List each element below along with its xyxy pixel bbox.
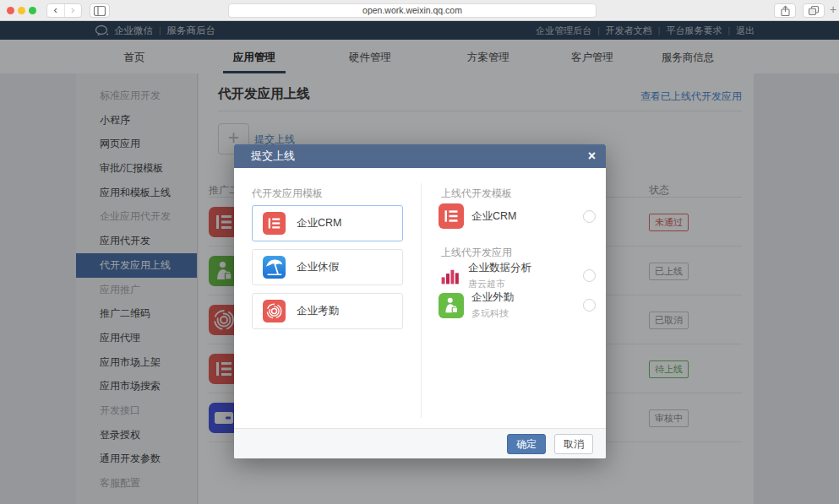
cancel-button[interactable]: 取消 — [554, 434, 593, 454]
close-window-button[interactable] — [7, 7, 14, 14]
item-labels: 企业外勤多玩科技 — [471, 290, 514, 320]
template-card-list: 企业CRM企业休假企业考勤 — [252, 205, 403, 337]
history-nav: ‹ › — [46, 3, 82, 18]
tabs-icon — [808, 5, 820, 16]
item-labels: 企业CRM — [471, 209, 516, 224]
browser-chrome: ‹ › open.work.weixin.qq.com + — [0, 0, 839, 21]
radio-button[interactable] — [583, 299, 596, 312]
new-tab-button[interactable]: + — [830, 3, 836, 16]
share-button[interactable] — [774, 3, 796, 18]
close-icon[interactable]: × — [588, 144, 596, 167]
minimize-window-button[interactable] — [18, 7, 25, 14]
item-labels: 企业数据分析唐云超市 — [468, 261, 531, 290]
radio-button[interactable] — [583, 210, 596, 223]
template-card-label: 企业考勤 — [297, 304, 339, 318]
modal-body: 代开发应用模板 企业CRM企业休假企业考勤 上线代开发模板 上线代开发应用 企业… — [234, 168, 606, 428]
back-button[interactable]: ‹ — [47, 4, 65, 17]
browser-sidebar-button[interactable] — [90, 3, 110, 18]
submit-online-modal: 提交上线 × 代开发应用模板 企业CRM企业休假企业考勤 上线代开发模板 上线代… — [234, 144, 606, 458]
fingerprint-icon-red — [263, 300, 286, 322]
item-name: 企业数据分析 — [468, 261, 531, 275]
online-template-row: 企业CRM — [439, 203, 596, 229]
webpage: 企业微信 | 服务商后台 企业管理后台|开发者文档|平台服务要求|退出 首页应用… — [0, 21, 839, 504]
template-card-label: 企业CRM — [297, 216, 341, 230]
sidebar-toggle-icon — [93, 5, 106, 17]
umbrella-icon-blue — [263, 256, 286, 279]
column-divider — [421, 183, 422, 418]
online-templates-label: 上线代开发模板 — [441, 187, 512, 201]
item-company: 唐云超市 — [468, 278, 531, 290]
share-icon — [780, 5, 791, 17]
online-app-row: 企业外勤多玩科技 — [439, 290, 596, 320]
modal-header: 提交上线 × — [234, 144, 606, 168]
template-card-label: 企业休假 — [297, 260, 339, 274]
modal-title: 提交上线 — [251, 144, 295, 168]
person-icon-green — [439, 293, 464, 318]
online-apps-label: 上线代开发应用 — [441, 246, 512, 260]
radio-button[interactable] — [583, 269, 596, 282]
chart-bars-icon — [439, 265, 460, 287]
template-card-企业考勤[interactable]: 企业考勤 — [252, 293, 403, 329]
templates-column-label: 代开发应用模板 — [252, 187, 323, 201]
template-card-企业CRM[interactable]: 企业CRM — [252, 205, 403, 241]
url-bar[interactable]: open.work.weixin.qq.com — [228, 3, 597, 18]
item-company: 多玩科技 — [471, 307, 514, 320]
item-name: 企业外勤 — [471, 290, 514, 305]
list-icon-red — [439, 203, 464, 229]
modal-footer: 确定 取消 — [234, 428, 606, 458]
forward-button[interactable]: › — [65, 4, 82, 17]
tab-overview-button[interactable] — [803, 3, 825, 18]
zoom-window-button[interactable] — [29, 7, 36, 14]
item-name: 企业CRM — [471, 209, 516, 224]
online-app-row: 企业数据分析唐云超市 — [439, 261, 596, 290]
confirm-button[interactable]: 确定 — [507, 434, 546, 454]
list-icon-red — [263, 212, 286, 235]
template-card-企业休假[interactable]: 企业休假 — [252, 249, 403, 285]
